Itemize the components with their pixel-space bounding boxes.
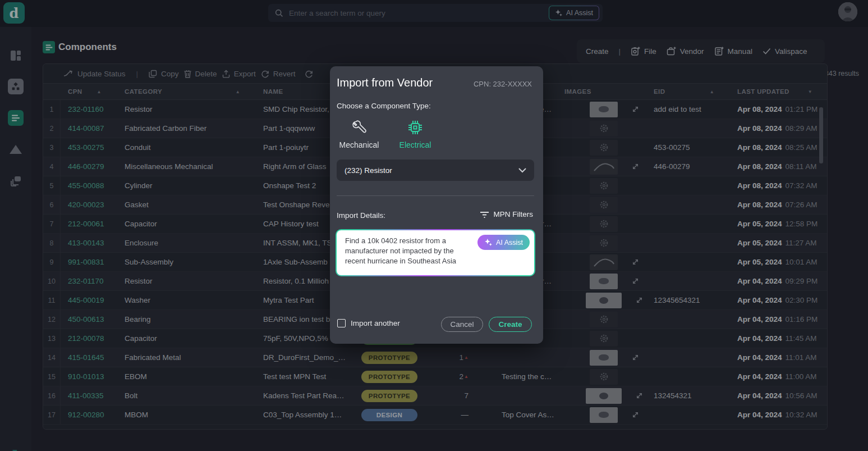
chip-icon bbox=[388, 118, 442, 137]
import-from-vendor-modal: Import from Vendor CPN: 232-XXXXX Choose… bbox=[330, 66, 543, 344]
modal-ai-assist-button[interactable]: AI Assist bbox=[477, 235, 530, 250]
modal-cpn: CPN: 232-XXXXX bbox=[474, 80, 532, 88]
import-another-checkbox[interactable] bbox=[337, 319, 346, 327]
cancel-button[interactable]: Cancel bbox=[441, 317, 483, 332]
type-option-electrical[interactable]: Electrical bbox=[388, 118, 442, 149]
wrench-icon bbox=[332, 118, 386, 137]
sparkle-icon bbox=[484, 238, 493, 247]
prompt-text[interactable]: Find a 10k 0402 resistor from a manufact… bbox=[345, 236, 470, 266]
prompt-input[interactable]: Find a 10k 0402 resistor from a manufact… bbox=[337, 230, 534, 275]
import-another-label: Import another bbox=[351, 319, 400, 327]
modal-divider bbox=[337, 195, 534, 196]
modal-title: Import from Vendor bbox=[337, 76, 433, 89]
chevron-down-icon bbox=[518, 168, 526, 173]
mpn-filters-button[interactable]: MPN Filters bbox=[480, 210, 534, 218]
prompt-input-border: Find a 10k 0402 resistor from a manufact… bbox=[336, 229, 535, 276]
import-details-label: Import Details: bbox=[337, 211, 385, 220]
type-option-mechanical[interactable]: Mechanical bbox=[332, 118, 386, 149]
choose-type-label: Choose a Component Type: bbox=[337, 102, 431, 110]
filter-icon bbox=[480, 211, 489, 218]
create-button[interactable]: Create bbox=[489, 317, 532, 332]
component-category-dropdown[interactable]: (232) Resistor bbox=[337, 160, 534, 181]
